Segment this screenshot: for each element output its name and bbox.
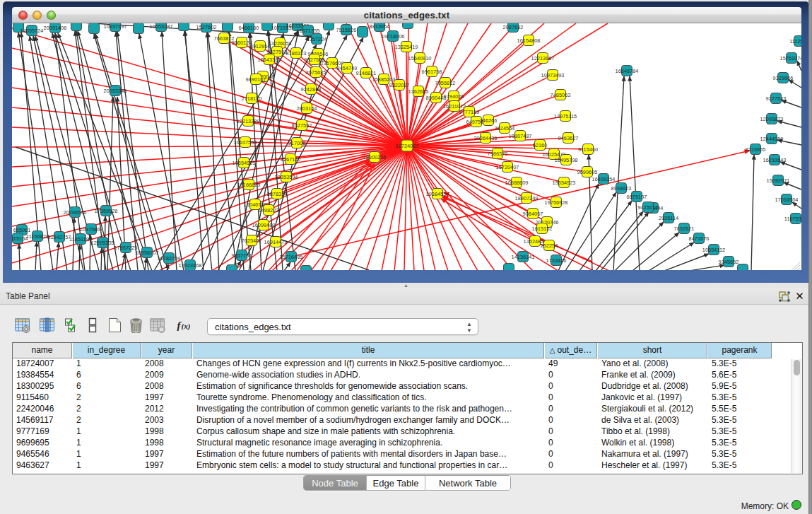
tab-edge-table[interactable]: Edge Table [367, 476, 425, 491]
node-label: 9084067 [523, 211, 543, 217]
network-graph[interactable]: 1405572420091406109371971065328715276026… [12, 23, 801, 270]
graph-node[interactable] [223, 23, 233, 32]
cell-short: Hescheler et al. (1997) [598, 460, 705, 472]
column-header-pagerank[interactable]: pagerank [708, 343, 772, 358]
scrollbar-thumb[interactable] [794, 360, 800, 375]
table-row[interactable]: 1938455462009Genome-wide association stu… [13, 370, 792, 381]
delete-table-icon[interactable] [149, 317, 165, 333]
resize-grip-icon[interactable] [791, 260, 800, 269]
graph-edge [649, 243, 694, 270]
graph-node[interactable] [227, 265, 237, 271]
cell-year: 1997 [141, 449, 189, 460]
cell-title: Embryonic stem cells: a model to study s… [193, 460, 541, 472]
graph-edge [393, 36, 407, 146]
graph-node[interactable] [71, 23, 82, 31]
column-header-short[interactable]: short [598, 343, 707, 358]
cell-pagerank: 5.3E-5 [708, 438, 769, 449]
graph-edge [442, 197, 592, 262]
graph-edge [407, 23, 576, 146]
graph-edge [382, 146, 407, 270]
column-header-title[interactable]: title [193, 343, 544, 358]
table-row[interactable]: 946554611997Estimation of the future num… [13, 449, 792, 460]
node-label: 7515526 [336, 27, 357, 33]
graph-node[interactable] [301, 266, 312, 271]
table-scrollbar[interactable] [791, 359, 801, 473]
graph-node[interactable] [504, 264, 514, 271]
graph-node[interactable] [738, 264, 748, 271]
table-select-dropdown[interactable]: citations_edges.txt ▲▼ [207, 318, 478, 335]
graph-edge [613, 76, 624, 270]
cell-in_degree: 1 [73, 426, 138, 438]
node-label: 1733426 [546, 257, 567, 264]
graph-node[interactable] [89, 23, 100, 34]
graph-node[interactable] [403, 23, 413, 29]
column-header-name[interactable]: name [13, 343, 72, 358]
cell-title: Disruption of a novel member of a sodium… [193, 415, 541, 426]
tab-network-table[interactable]: Network Table [425, 476, 510, 491]
graph-edge [256, 79, 407, 146]
cell-out_de: 0 [545, 438, 594, 449]
show-columns-icon[interactable] [39, 317, 55, 333]
node-label: 6466160 [239, 25, 259, 31]
node-label: 19384554 [426, 191, 449, 197]
memory-status-indicator[interactable] [792, 500, 801, 510]
cell-out_de: 0 [545, 404, 594, 415]
node-label: 9699695 [577, 169, 598, 175]
delete-column-icon[interactable] [128, 317, 144, 333]
select-columns-icon[interactable] [64, 317, 80, 333]
node-label: 9245652 [719, 259, 739, 265]
node-label: 9242848 [301, 86, 322, 93]
table-row[interactable]: 977716911998Corpus callosum shape and si… [13, 426, 792, 438]
network-canvas[interactable]: 1405572420091406109371971065328715276026… [12, 23, 801, 270]
cell-out_de: 49 [545, 358, 594, 370]
table-row[interactable]: 911546021997Tourette syndrome. Phenomeno… [13, 392, 792, 404]
rows-icon[interactable] [86, 317, 102, 333]
graph-node[interactable] [179, 23, 189, 31]
node-label: 12213967 [531, 55, 555, 62]
table-row[interactable]: 1456911722003Disruption of a novel membe… [13, 415, 792, 426]
function-builder-icon[interactable]: f(x) [176, 317, 192, 333]
table-row[interactable]: 946362711997Embryonic stem cells: a mode… [13, 460, 792, 472]
table-row[interactable]: 1872400712008Changes of HCN gene express… [13, 358, 792, 370]
node-label: 12353594 [275, 174, 298, 180]
divider-grip-icon[interactable]: ▲ [404, 284, 410, 287]
graph-node[interactable] [134, 23, 144, 34]
window-edge [808, 0, 812, 514]
table-row[interactable]: 969969511998Structural magnetic resonanc… [13, 438, 792, 449]
node-label: 17016504 [775, 197, 799, 203]
table-row[interactable]: 2242004622012Investigating the contribut… [13, 404, 792, 415]
node-label: 8454749 [337, 65, 358, 71]
cell-in_degree: 1 [73, 358, 138, 370]
cell-in_degree: 1 [73, 449, 138, 460]
node-label: 17957225 [114, 245, 138, 251]
cell-out_de: 0 [545, 449, 594, 460]
network-window-titlebar[interactable]: citations_edges.txt [12, 7, 801, 23]
column-header-in_degree[interactable]: in_degree [73, 343, 141, 358]
table-row[interactable]: 1830029562008Estimation of significance … [13, 381, 792, 392]
graph-edge [57, 243, 59, 270]
cell-out_de: 0 [545, 370, 594, 381]
table-mode-icon[interactable] [14, 317, 30, 333]
column-header-out_de[interactable]: △out_de… [545, 343, 597, 358]
graph-node[interactable] [358, 27, 368, 37]
close-panel-icon[interactable]: ✕ [794, 290, 805, 302]
graph-edge [751, 155, 754, 270]
float-panel-icon[interactable] [779, 291, 790, 302]
cell-name: 9463627 [13, 460, 69, 472]
sort-ascending-icon: △ [550, 346, 555, 354]
node-label: 8427552 [292, 122, 312, 129]
new-column-icon[interactable] [107, 317, 123, 333]
node-label: 17359928 [95, 208, 118, 214]
cell-short: Jankovic et al. (1997) [598, 392, 705, 404]
node-label: 12975115 [554, 113, 577, 119]
node-label: 3624554 [495, 125, 515, 132]
node-label: 16914479 [264, 239, 288, 245]
column-header-year[interactable]: year [141, 343, 192, 358]
cell-pagerank: 5.5E-5 [708, 404, 769, 415]
node-label: 19654923 [553, 180, 576, 186]
graph-node[interactable] [324, 23, 334, 30]
graph-edge [12, 107, 407, 146]
graph-edge [630, 76, 640, 270]
tab-node-table[interactable]: Node Table [304, 476, 367, 491]
split-divider[interactable]: ▲ [0, 283, 812, 288]
